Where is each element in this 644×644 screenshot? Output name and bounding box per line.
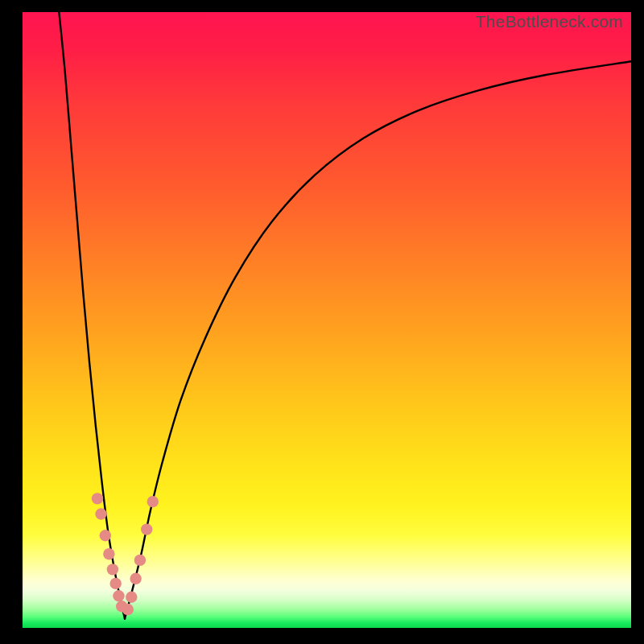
chart-frame: TheBottleneck.com: [0, 0, 644, 644]
curve-right-branch: [125, 61, 631, 618]
marker-point: [100, 530, 111, 541]
marker-point: [109, 578, 121, 589]
marker-point: [134, 555, 146, 566]
marker-point: [92, 493, 103, 504]
marker-point: [126, 592, 137, 603]
marker-point: [107, 564, 118, 575]
marker-point: [103, 548, 114, 559]
marker-point: [113, 590, 124, 601]
curve-layer: [23, 12, 631, 628]
marker-point: [95, 508, 106, 519]
plot-area: TheBottleneck.com: [23, 12, 631, 628]
marker-point: [122, 604, 134, 615]
curve-left-branch: [59, 12, 125, 619]
marker-point: [130, 573, 141, 584]
marker-point: [147, 496, 159, 507]
marker-point: [141, 523, 152, 535]
highlight-markers: [92, 493, 159, 615]
